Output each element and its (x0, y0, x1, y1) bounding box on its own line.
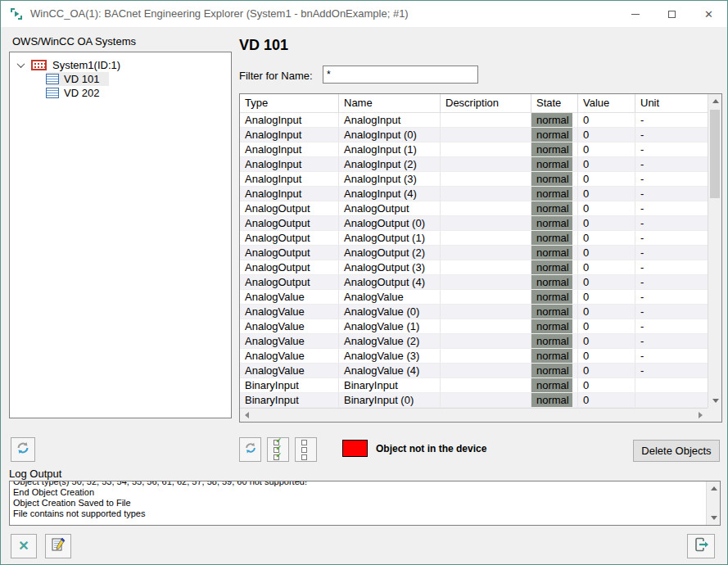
state-badge: normal (531, 172, 572, 186)
scroll-down-icon[interactable] (711, 516, 717, 520)
column-header-description[interactable]: Description (441, 94, 531, 112)
log-scrollbar[interactable] (706, 481, 720, 525)
table-row[interactable]: AnalogOutputAnalogOutput (3)normal0- (240, 260, 708, 275)
tree-node-system[interactable]: System1(ID:1) (10, 58, 231, 72)
tree-node-vd[interactable]: VD 101 (10, 72, 231, 86)
table-row[interactable]: BinaryInputBinaryInput (0)normal0 (240, 393, 708, 408)
cell-value: 0 (578, 393, 635, 407)
window-title: WinCC_OA(1): BACnet Engineering Explorer… (30, 1, 409, 27)
open-log-file-button[interactable] (45, 534, 71, 558)
table-row[interactable]: AnalogInputAnalogInput (3)normal0- (240, 172, 708, 187)
table-row[interactable]: AnalogValueAnalogValue (3)normal0- (240, 349, 708, 364)
cell-unit (635, 378, 708, 392)
cell-name: AnalogOutput (2) (339, 246, 441, 260)
systems-tree-panel: System1(ID:1) VD 101VD 202 (9, 52, 232, 418)
scroll-up-icon[interactable] (712, 99, 719, 103)
cell-name: AnalogInput (339, 113, 441, 127)
cell-unit: - (635, 319, 708, 333)
table-row[interactable]: AnalogOutputAnalogOutput (1)normal0- (240, 231, 708, 246)
legend-label: Object not in the device (376, 443, 486, 454)
table-row[interactable]: AnalogOutputAnalogOutput (2)normal0- (240, 246, 708, 260)
cell-type: AnalogValue (240, 319, 339, 333)
table-row[interactable]: AnalogOutputAnalogOutput (4)normal0- (240, 275, 708, 290)
clear-log-button[interactable]: ✕ (11, 534, 37, 558)
cell-state: normal (531, 157, 578, 171)
table-row[interactable]: AnalogValueAnalogValue (1)normal0- (240, 319, 708, 334)
table-row[interactable]: AnalogInputAnalogInput (1)normal0- (240, 142, 708, 157)
column-header-unit[interactable]: Unit (635, 94, 708, 112)
cell-unit: - (635, 364, 708, 377)
table-row[interactable]: AnalogOutputAnalogOutput (0)normal0- (240, 216, 708, 231)
cell-type: BinaryInput (240, 393, 339, 407)
cell-description (441, 216, 531, 230)
vertical-scroll-thumb[interactable] (710, 110, 720, 198)
column-header-type[interactable]: Type (240, 94, 339, 112)
table-vertical-scrollbar[interactable] (708, 94, 721, 408)
vd-node-icon (46, 74, 59, 84)
minimize-button[interactable] (617, 1, 653, 27)
cell-state: normal (531, 275, 578, 289)
refresh-icon (15, 440, 31, 459)
cell-type: AnalogValue (240, 334, 339, 348)
scroll-down-icon[interactable] (712, 399, 719, 403)
table-horizontal-scrollbar[interactable] (240, 408, 708, 422)
scroll-left-icon[interactable] (245, 412, 249, 418)
table-row[interactable]: AnalogInputAnalogInput (2)normal0- (240, 157, 708, 172)
table-row[interactable]: AnalogInputAnalogInput (0)normal0- (240, 128, 708, 142)
cell-value: 0 (578, 305, 635, 319)
legend-red-swatch (342, 440, 368, 457)
column-header-name[interactable]: Name (339, 94, 441, 112)
close-button[interactable]: ✕ (690, 1, 727, 27)
app-window: WinCC_OA(1): BACnet Engineering Explorer… (0, 0, 728, 565)
cell-state: normal (531, 113, 578, 127)
objects-table: TypeNameDescriptionStateValueUnit Analog… (239, 93, 722, 423)
cell-state: normal (531, 246, 578, 260)
delete-objects-button[interactable]: Delete Objects (633, 440, 720, 462)
table-row[interactable]: AnalogInputAnalogInputnormal0- (240, 113, 708, 128)
select-all-button[interactable]: ✓ ✓ ✓ (267, 437, 289, 462)
table-row[interactable]: AnalogInputAnalogInput (4)normal0- (240, 187, 708, 201)
refresh-table-button[interactable] (239, 437, 261, 462)
table-row[interactable]: AnalogValueAnalogValue (0)normal0- (240, 305, 708, 319)
table-row[interactable]: AnalogValueAnalogValuenormal0- (240, 290, 708, 305)
cell-name: AnalogOutput (339, 201, 441, 215)
cell-name: BinaryInput (0) (339, 393, 441, 407)
cell-unit: - (635, 349, 708, 363)
cell-type: AnalogValue (240, 305, 339, 319)
cell-unit: - (635, 201, 708, 215)
table-row[interactable]: BinaryInputBinaryInputnormal0 (240, 378, 708, 393)
table-row[interactable]: AnalogOutputAnalogOutputnormal0- (240, 201, 708, 216)
tree-expander-icon[interactable] (10, 62, 31, 68)
cell-value: 0 (578, 231, 635, 245)
minimize-icon (631, 14, 640, 15)
column-header-state[interactable]: State (531, 94, 578, 112)
filter-input[interactable] (323, 66, 478, 84)
table-row[interactable]: AnalogValueAnalogValue (2)normal0- (240, 334, 708, 349)
exit-button[interactable] (687, 534, 715, 558)
scroll-right-icon[interactable] (699, 412, 703, 418)
cell-value: 0 (578, 142, 635, 156)
deselect-all-button[interactable] (295, 437, 317, 462)
column-header-value[interactable]: Value (578, 94, 635, 112)
table-body: AnalogInputAnalogInputnormal0-AnalogInpu… (240, 113, 708, 408)
cell-name: AnalogOutput (4) (339, 275, 441, 289)
table-row[interactable]: AnalogValueAnalogValue (4)normal0- (240, 364, 708, 378)
cell-value: 0 (578, 172, 635, 186)
maximize-button[interactable] (653, 1, 690, 27)
cell-value: 0 (578, 260, 635, 274)
check-all-icon: ✓ ✓ ✓ (274, 440, 283, 460)
log-output-box[interactable]: Object type(s) 50, 52, 53, 54, 55, 56, 6… (9, 481, 721, 526)
state-badge: normal (531, 201, 572, 215)
scroll-up-icon[interactable] (711, 486, 717, 490)
cell-value: 0 (578, 128, 635, 142)
cell-unit: - (635, 275, 708, 289)
table-header: TypeNameDescriptionStateValueUnit (240, 94, 708, 113)
cell-type: AnalogValue (240, 364, 339, 377)
refresh-tree-button[interactable] (11, 437, 35, 462)
cell-value: 0 (578, 334, 635, 348)
cell-state: normal (531, 334, 578, 348)
tree-node-vd[interactable]: VD 202 (10, 86, 231, 100)
log-lines: Object type(s) 50, 52, 53, 54, 55, 56, 6… (13, 481, 703, 519)
cell-description (441, 142, 531, 156)
cell-value: 0 (578, 201, 635, 215)
